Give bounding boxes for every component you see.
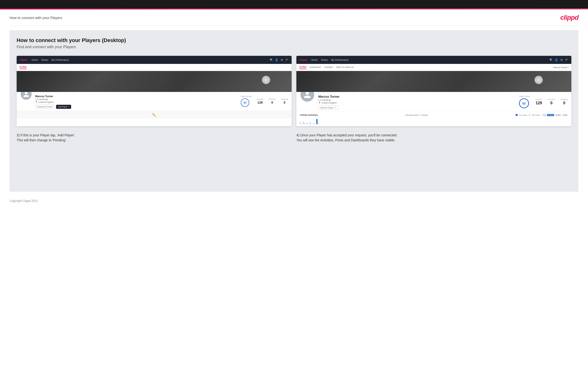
- time-3mths[interactable]: 3 mths: [554, 114, 561, 116]
- player-handicap-1: 1-5 Handicap: [35, 98, 238, 100]
- tab-profile-2[interactable]: Profile: [299, 66, 306, 69]
- remove-player-button[interactable]: Remove Player ✕: [318, 106, 338, 110]
- quality-circle-2: 92: [519, 98, 529, 108]
- profile-area-1: Marcus Turner 1-5 Handicap 📍 United King…: [17, 92, 292, 111]
- location-icon-1: 📍: [35, 101, 38, 103]
- activity-header-2: Activity Summary Monthly Activity · 6 Mo…: [300, 114, 568, 116]
- top-bar: [0, 0, 588, 8]
- mini-nav-home-1[interactable]: Home: [31, 59, 38, 61]
- footer-text: Copyright Clippd 2022: [9, 199, 38, 203]
- activity-controls-2: On course Off course 1 yr 6 mths 3 mths …: [516, 114, 568, 116]
- hero-image-1: [17, 71, 292, 92]
- page-footer: Copyright Clippd 2022: [0, 196, 588, 206]
- followers-stat-2: Followers 0: [548, 98, 555, 105]
- mini-nav-1: clippd Home Teams My Performance 🔍 👤 ⚙ 🏴: [17, 56, 292, 64]
- time-buttons-2: 1 yr 6 mths 3 mths 1 mth: [542, 114, 568, 116]
- screenshot-bottom-1: ✏️: [17, 111, 292, 119]
- mini-nav-performance-2[interactable]: My Performance: [331, 59, 349, 61]
- tab-profile-1[interactable]: Profile: [19, 66, 27, 69]
- mini-nav-logo-2: clippd: [299, 58, 307, 61]
- activities-stat-2: Activities 129: [536, 98, 543, 105]
- bar-4a: [310, 122, 311, 124]
- bar-5a: [313, 123, 314, 124]
- legend-offcourse-label: Off course: [532, 114, 540, 116]
- followers-stat-1: Followers 0: [268, 98, 276, 104]
- mini-nav-icons-1: 🔍 👤 ⚙ 🏴: [270, 58, 289, 61]
- following-stat-2: Following 0: [560, 98, 568, 105]
- user-icon-1[interactable]: 👤: [275, 58, 278, 61]
- page-header-title: How to connect with your Players: [9, 16, 62, 20]
- quality-section-1: Player Quality 92: [241, 95, 252, 107]
- tab-activities-2[interactable]: Activities: [324, 66, 333, 69]
- clippd-logo: clippd: [560, 14, 579, 21]
- quality-circle-1: 92: [241, 98, 249, 107]
- chart-bars-2: [300, 117, 568, 124]
- location-icon-2: 📍: [318, 102, 321, 104]
- request-follow-button[interactable]: Request to Follow: [35, 105, 55, 109]
- player-name-1: Marcus Turner: [35, 95, 238, 98]
- search-icon-1[interactable]: 🔍: [270, 58, 273, 61]
- main-subtitle: Find and connect with your Players: [17, 45, 571, 49]
- user-icon-2[interactable]: 👤: [555, 58, 558, 61]
- quality-label-2: Player Quality: [519, 95, 530, 97]
- mini-nav-teams-2[interactable]: Teams: [321, 59, 328, 61]
- mini-nav-2: clippd Home Teams My Performance 🔍 👤 ⚙ 🏴: [296, 56, 571, 64]
- time-6mths[interactable]: 6 mths: [547, 114, 554, 116]
- chevron-down-icon-2: ▾: [568, 66, 569, 68]
- flag-icon-2[interactable]: 🏴: [565, 58, 569, 61]
- profile-info-1: Marcus Turner 1-5 Handicap 📍 United King…: [35, 94, 238, 109]
- time-1yr[interactable]: 1 yr: [542, 114, 547, 116]
- profile-buttons-1: Request to Follow Add Player +: [35, 105, 238, 109]
- description-left: 3) If this is your Player tap, 'Add Play…: [17, 132, 292, 144]
- person-icon-1: [23, 91, 29, 98]
- mini-nav-teams-1[interactable]: Teams: [41, 59, 48, 61]
- quality-label-1: Player Quality: [241, 95, 252, 97]
- player-name-2: Marcus Turner: [318, 95, 516, 98]
- page-header: How to connect with your Players clippd: [0, 9, 588, 26]
- player-dropdown-2[interactable]: Marcus Turner: [553, 66, 567, 69]
- mini-tabs-2: Profile Dashboard Activities What To Wor…: [296, 64, 571, 71]
- screenshot-1: clippd Home Teams My Performance 🔍 👤 ⚙ 🏴…: [17, 56, 292, 126]
- person-icon-2: [303, 91, 311, 99]
- bar-2a: [303, 121, 304, 124]
- activities-stat-1: Activities 129: [257, 98, 264, 104]
- mini-nav-home-2[interactable]: Home: [311, 59, 318, 61]
- mini-tabs-1: Profile: [17, 64, 292, 71]
- bar-5b: [314, 124, 316, 124]
- mini-nav-logo-1: clippd: [19, 58, 27, 61]
- player-handicap-2: 1-5 Handicap: [318, 99, 516, 101]
- mini-nav-performance-1[interactable]: My Performance: [52, 59, 69, 61]
- activity-summary-2: Activity Summary Monthly Activity · 6 Mo…: [296, 112, 571, 126]
- add-player-button[interactable]: Add Player +: [56, 105, 71, 109]
- flag-icon-1[interactable]: 🏴: [285, 58, 289, 61]
- bar-3a: [306, 123, 308, 124]
- profile-area-2: Marcus Turner 1-5 Handicap 📍 United King…: [296, 92, 571, 112]
- tab-whattoworkon-2[interactable]: What To Work On: [336, 66, 354, 69]
- screenshots-row: clippd Home Teams My Performance 🔍 👤 ⚙ 🏴…: [17, 56, 571, 126]
- legend-oncourse-dot: [516, 114, 518, 116]
- time-1mth[interactable]: 1 mth: [562, 114, 568, 116]
- settings-icon-2[interactable]: ⚙: [560, 58, 563, 61]
- screenshot-2: clippd Home Teams My Performance 🔍 👤 ⚙ 🏴…: [296, 56, 571, 126]
- descriptions-row: 3) If this is your Player tap, 'Add Play…: [17, 132, 571, 144]
- close-icon-remove: ✕: [334, 106, 336, 109]
- main-title: How to connect with your Players (Deskto…: [17, 37, 571, 43]
- stats-area-1: Player Quality 92 Activities 129 Followe…: [241, 94, 288, 107]
- profile-info-2: Marcus Turner 1-5 Handicap 📍 United King…: [318, 94, 516, 110]
- main-content: How to connect with your Players (Deskto…: [9, 30, 579, 192]
- legend-2: On course Off course: [516, 114, 540, 116]
- bar-6b: [318, 123, 319, 124]
- settings-icon-1[interactable]: ⚙: [280, 58, 284, 61]
- tab-dashboard-2[interactable]: Dashboard: [310, 66, 321, 69]
- quality-section-2: Player Quality 92: [519, 95, 530, 108]
- activity-period-2: Monthly Activity · 6 Months: [406, 114, 428, 116]
- hero-image-2: [296, 71, 571, 92]
- description-left-text: 3) If this is your Player tap, 'Add Play…: [17, 133, 292, 143]
- search-icon-2[interactable]: 🔍: [549, 58, 553, 61]
- legend-oncourse-label: On course: [519, 114, 527, 116]
- mini-nav-icons-2: 🔍 👤 ⚙ 🏴: [549, 58, 569, 61]
- bar-2b: [304, 123, 306, 124]
- bar-3b: [308, 124, 309, 124]
- activity-title-2: Activity Summary: [300, 114, 318, 116]
- description-right-text: 4) Once your Player has accepted your re…: [296, 133, 571, 143]
